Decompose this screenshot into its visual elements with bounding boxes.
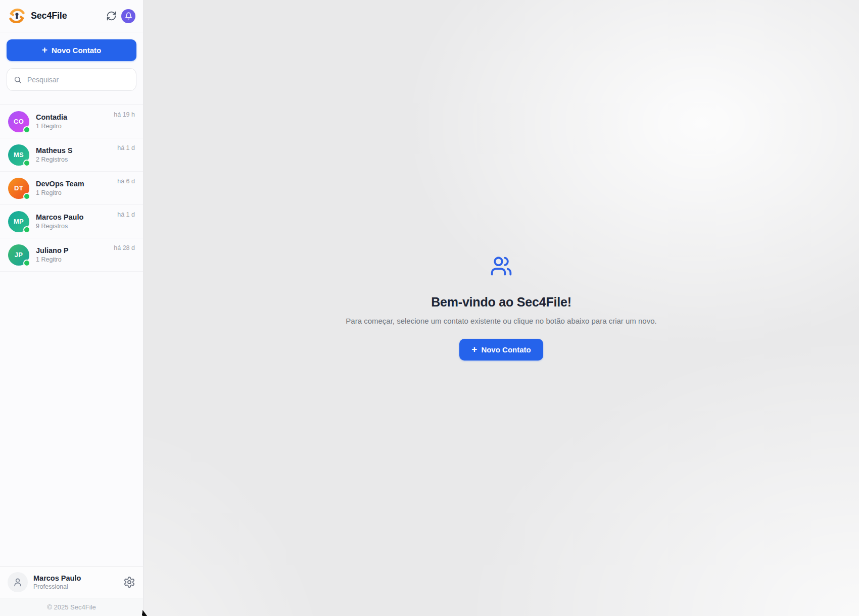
online-status-dot [23, 193, 30, 200]
user-texts: Marcos Paulo Professional [33, 574, 118, 590]
contact-records-count: 1 Regitro [36, 189, 111, 196]
contact-name: Contadia [36, 113, 107, 121]
app-logo-icon [8, 7, 26, 25]
notifications-button[interactable] [121, 9, 135, 23]
contact-list-item[interactable]: MS Matheus S 2 Registros há 1 d [0, 138, 143, 172]
contact-avatar: JP [8, 244, 29, 266]
search-input[interactable] [7, 68, 136, 91]
sidebar-footer: © 2025 Sec4File [0, 598, 143, 616]
new-contact-button-sidebar[interactable]: + Novo Contato [7, 39, 136, 61]
users-icon [488, 255, 514, 279]
contact-name: Matheus S [36, 146, 111, 155]
contact-name: Marcos Paulo [36, 213, 111, 221]
online-status-dot [23, 126, 30, 133]
person-icon [13, 577, 23, 587]
user-avatar [8, 572, 28, 592]
contact-records-count: 1 Regitro [36, 256, 107, 263]
refresh-icon [106, 11, 117, 21]
contact-avatar: MS [8, 144, 29, 166]
app-title: Sec4File [31, 11, 67, 21]
avatar-initials: MS [14, 151, 24, 159]
new-contact-label: Novo Contato [52, 46, 101, 55]
contact-last-activity: há 1 d [117, 144, 135, 151]
online-status-dot [23, 160, 30, 167]
search-container [7, 68, 136, 91]
contact-avatar: CO [8, 111, 29, 132]
plus-icon: + [471, 344, 477, 354]
contact-list-item[interactable]: MP Marcos Paulo 9 Registros há 1 d [0, 205, 143, 238]
gear-icon [123, 576, 135, 588]
contact-records-count: 2 Registros [36, 156, 111, 163]
contact-texts: Matheus S 2 Registros [36, 146, 111, 163]
search-icon [14, 76, 22, 84]
contact-texts: Contadia 1 Regitro [36, 113, 107, 130]
online-status-dot [23, 226, 30, 233]
user-plan: Professional [33, 583, 118, 590]
copyright-text: © 2025 Sec4File [47, 603, 96, 611]
mouse-cursor-artifact [141, 610, 151, 616]
new-contact-button-main[interactable]: + Novo Contato [459, 339, 543, 361]
online-status-dot [23, 260, 30, 267]
contact-list-item[interactable]: CO Contadia 1 Regitro há 19 h [0, 105, 143, 138]
bell-icon [125, 12, 132, 20]
contact-name: DevOps Team [36, 180, 111, 188]
sidebar-header: Sec4File [0, 0, 143, 32]
contact-texts: DevOps Team 1 Regitro [36, 180, 111, 196]
contact-list-item[interactable]: JP Juliano P 1 Regitro há 28 d [0, 238, 143, 272]
contact-name: Juliano P [36, 246, 107, 254]
plus-icon: + [42, 45, 47, 55]
user-name: Marcos Paulo [33, 574, 118, 582]
contact-last-activity: há 6 d [117, 178, 135, 185]
contact-last-activity: há 28 d [114, 244, 135, 251]
welcome-panel: Bem-vindo ao Sec4File! Para começar, sel… [346, 255, 656, 361]
contact-texts: Juliano P 1 Regitro [36, 246, 107, 263]
avatar-initials: CO [14, 118, 24, 125]
contact-last-activity: há 1 d [117, 211, 135, 218]
contact-last-activity: há 19 h [114, 111, 135, 118]
contact-list: CO Contadia 1 Regitro há 19 h MS Matheus… [0, 105, 143, 566]
avatar-initials: JP [15, 251, 23, 259]
contact-avatar: MP [8, 211, 29, 232]
sidebar: Sec4File + Novo Contato [0, 0, 144, 616]
contact-list-item[interactable]: DT DevOps Team 1 Regitro há 6 d [0, 172, 143, 205]
user-bar: Marcos Paulo Professional [0, 566, 143, 598]
contact-records-count: 1 Regitro [36, 123, 107, 130]
avatar-initials: MP [14, 218, 24, 225]
avatar-initials: DT [14, 184, 23, 192]
new-contact-label: Novo Contato [481, 345, 531, 354]
settings-button[interactable] [123, 576, 135, 588]
contact-texts: Marcos Paulo 9 Registros [36, 213, 111, 230]
welcome-subtitle: Para começar, selecione um contato exist… [346, 317, 656, 325]
app-window: Sec4File + Novo Contato [0, 0, 859, 616]
contact-avatar: DT [8, 178, 29, 199]
main-area: Bem-vindo ao Sec4File! Para começar, sel… [144, 0, 859, 616]
refresh-button[interactable] [106, 11, 117, 21]
contact-records-count: 9 Registros [36, 223, 111, 230]
welcome-title: Bem-vindo ao Sec4File! [431, 295, 571, 310]
